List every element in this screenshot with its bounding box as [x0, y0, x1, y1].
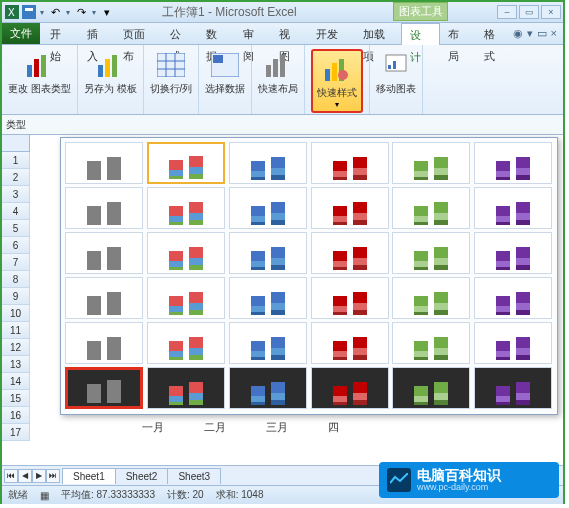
watermark-title: 电脑百科知识 — [417, 468, 501, 482]
menu-tab-8[interactable]: 加载项 — [355, 23, 402, 45]
chart-style-thumb[interactable] — [474, 277, 552, 319]
chart-style-thumb[interactable] — [474, 322, 552, 364]
chart-style-thumb[interactable] — [147, 277, 225, 319]
chart-style-thumb[interactable] — [474, 367, 552, 409]
chart-style-thumb[interactable] — [311, 187, 389, 229]
tab-prev-button[interactable]: ◀ — [18, 469, 32, 483]
row-header[interactable]: 12 — [2, 339, 30, 356]
chart-style-thumb[interactable] — [311, 367, 389, 409]
menu-tab-5[interactable]: 审阅 — [235, 23, 271, 45]
menu-tab-2[interactable]: 页面布 — [115, 23, 162, 45]
chart-style-thumb[interactable] — [392, 277, 470, 319]
chart-style-thumb[interactable] — [392, 142, 470, 184]
chart-style-thumb[interactable] — [474, 232, 552, 274]
menu-tab-6[interactable]: 视图 — [271, 23, 307, 45]
select-all-corner[interactable] — [2, 135, 30, 152]
row-header[interactable]: 9 — [2, 288, 30, 305]
chart-style-thumb[interactable] — [311, 142, 389, 184]
close-button[interactable]: × — [541, 5, 561, 19]
undo-icon[interactable]: ↶ — [47, 4, 63, 20]
chart-style-thumb[interactable] — [392, 322, 470, 364]
chart-style-thumb[interactable] — [229, 322, 307, 364]
row-header[interactable]: 7 — [2, 254, 30, 271]
row-header[interactable]: 11 — [2, 322, 30, 339]
app-restore-icon[interactable]: ▭ — [537, 27, 547, 40]
row-header[interactable]: 10 — [2, 305, 30, 322]
chart-style-thumb[interactable] — [65, 277, 143, 319]
tab-last-button[interactable]: ⏭ — [46, 469, 60, 483]
chart-style-thumb[interactable] — [147, 322, 225, 364]
quick-style-button[interactable]: 快速样式 ▾ — [311, 49, 363, 113]
minimize-button[interactable]: – — [497, 5, 517, 19]
row-header[interactable]: 4 — [2, 203, 30, 220]
chart-style-thumb[interactable] — [311, 322, 389, 364]
chart-style-thumb[interactable] — [229, 142, 307, 184]
help-icon[interactable]: ◉ — [513, 27, 523, 40]
status-avg: 平均值: 87.33333333 — [61, 488, 155, 502]
row-header[interactable]: 15 — [2, 390, 30, 407]
sheet-tab[interactable]: Sheet3 — [167, 468, 221, 484]
undo-dropdown-icon[interactable]: ▾ — [64, 4, 72, 20]
menu-tab-3[interactable]: 公式 — [162, 23, 198, 45]
restore-button[interactable]: ▭ — [519, 5, 539, 19]
chart-style-thumb[interactable] — [392, 232, 470, 274]
save-icon[interactable] — [21, 4, 37, 20]
row-header[interactable]: 3 — [2, 186, 30, 203]
row-header[interactable]: 5 — [2, 220, 30, 237]
row-header[interactable]: 13 — [2, 356, 30, 373]
chart-style-thumb[interactable] — [65, 367, 143, 409]
redo-dropdown-icon[interactable]: ▾ — [90, 4, 98, 20]
chart-style-thumb[interactable] — [65, 322, 143, 364]
row-header[interactable]: 8 — [2, 271, 30, 288]
minimize-ribbon-icon[interactable]: ▾ — [527, 27, 533, 40]
change-chart-type-button[interactable]: 更改 图表类型 — [8, 49, 71, 94]
switch-row-col-button[interactable]: 切换行/列 — [150, 49, 193, 94]
chart-style-thumb[interactable] — [147, 142, 225, 184]
row-header[interactable]: 17 — [2, 424, 30, 441]
select-data-button[interactable]: 选择数据 — [205, 49, 245, 94]
row-header[interactable]: 6 — [2, 237, 30, 254]
menu-tab-7[interactable]: 开发工 — [308, 23, 355, 45]
menu-tab-11[interactable]: 格式 — [476, 23, 512, 45]
redo-icon[interactable]: ↷ — [73, 4, 89, 20]
chart-style-thumb[interactable] — [229, 232, 307, 274]
chart-style-thumb[interactable] — [147, 367, 225, 409]
tab-first-button[interactable]: ⏮ — [4, 469, 18, 483]
chart-style-thumb[interactable] — [311, 277, 389, 319]
app-close-icon[interactable]: × — [551, 27, 557, 40]
qat-more-icon[interactable]: ▾ — [99, 4, 115, 20]
menu-tab-10[interactable]: 布局 — [440, 23, 476, 45]
chart-style-thumb[interactable] — [229, 187, 307, 229]
file-tab[interactable]: 文件 — [2, 23, 40, 44]
chart-style-thumb[interactable] — [311, 232, 389, 274]
menu-tab-1[interactable]: 插入 — [79, 23, 115, 45]
menu-tab-0[interactable]: 开始 — [42, 23, 78, 45]
chart-style-thumb[interactable] — [65, 187, 143, 229]
menu-tab-9[interactable]: 设计 — [401, 23, 439, 45]
chart-style-thumb[interactable] — [147, 187, 225, 229]
sheet-tab[interactable]: Sheet1 — [62, 468, 116, 484]
qat-dropdown-icon[interactable]: ▾ — [38, 4, 46, 20]
save-as-template-button[interactable]: 另存为 模板 — [84, 49, 137, 94]
row-header[interactable]: 14 — [2, 373, 30, 390]
row-header[interactable]: 1 — [2, 152, 30, 169]
chart-style-thumb[interactable] — [392, 367, 470, 409]
quick-layout-icon — [262, 49, 294, 81]
menu-tab-4[interactable]: 数据 — [198, 23, 234, 45]
chart-style-thumb[interactable] — [147, 232, 225, 274]
chart-style-thumb[interactable] — [474, 187, 552, 229]
row-header[interactable]: 2 — [2, 169, 30, 186]
quick-layout-button[interactable]: 快速布局 — [258, 49, 298, 94]
chart-style-thumb[interactable] — [229, 367, 307, 409]
row-header[interactable]: 16 — [2, 407, 30, 424]
chart-style-thumb[interactable] — [65, 232, 143, 274]
excel-icon[interactable]: X — [4, 4, 20, 20]
move-chart-button[interactable]: 移动图表 — [376, 49, 416, 94]
chart-style-thumb[interactable] — [474, 142, 552, 184]
chart-style-thumb[interactable] — [229, 277, 307, 319]
sheet-tab[interactable]: Sheet2 — [115, 468, 169, 484]
svg-rect-10 — [157, 53, 185, 77]
chart-style-thumb[interactable] — [392, 187, 470, 229]
chart-style-thumb[interactable] — [65, 142, 143, 184]
tab-next-button[interactable]: ▶ — [32, 469, 46, 483]
